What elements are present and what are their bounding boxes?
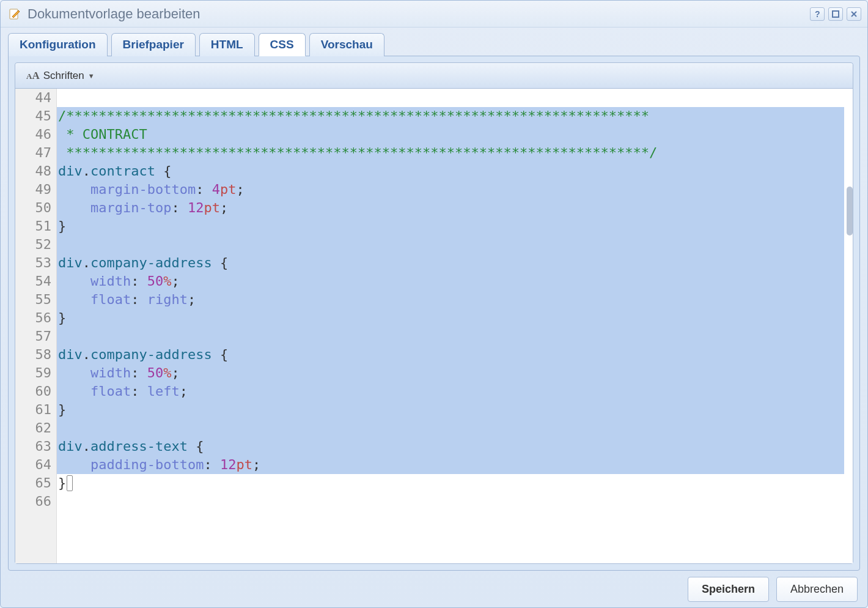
line-number: 63 xyxy=(15,437,51,456)
cancel-button[interactable]: Abbrechen xyxy=(776,577,858,602)
chevron-down-icon: ▼ xyxy=(88,72,95,80)
window-controls: ? xyxy=(810,7,861,21)
code-line[interactable]: /***************************************… xyxy=(57,107,844,125)
code-line[interactable] xyxy=(57,419,844,437)
line-number: 44 xyxy=(15,89,51,107)
line-number: 50 xyxy=(15,199,51,217)
code-line[interactable]: div.company-address { xyxy=(57,254,844,272)
vertical-scrollbar[interactable] xyxy=(844,89,853,563)
tab-vorschau[interactable]: Vorschau xyxy=(309,33,384,56)
line-number: 56 xyxy=(15,309,51,327)
code-line[interactable]: margin-top: 12pt; xyxy=(57,199,844,217)
line-number: 47 xyxy=(15,144,51,162)
window-title: Dokumentvorlage bearbeiten xyxy=(28,6,810,22)
line-number: 65 xyxy=(15,474,51,492)
line-number: 58 xyxy=(15,346,51,364)
code-line[interactable]: width: 50%; xyxy=(57,364,844,382)
code-line[interactable]: * CONTRACT xyxy=(57,125,844,144)
code-line[interactable] xyxy=(57,492,844,511)
dialog-footer: Speichern Abbrechen xyxy=(1,571,867,607)
code-content[interactable]: /***************************************… xyxy=(57,89,844,563)
scroll-thumb[interactable] xyxy=(847,187,853,235)
tab-html[interactable]: HTML xyxy=(199,33,255,56)
code-line[interactable]: } xyxy=(57,401,844,419)
code-line[interactable]: } xyxy=(57,217,844,235)
fonts-label: Schriften xyxy=(43,70,84,82)
text-cursor xyxy=(67,475,73,491)
code-line[interactable]: ****************************************… xyxy=(57,144,844,162)
close-button[interactable] xyxy=(847,7,861,21)
line-number: 57 xyxy=(15,327,51,346)
editor-toolbar: AA Schriften ▼ xyxy=(15,63,853,89)
code-line[interactable]: div.address-text { xyxy=(57,437,844,456)
line-gutter: 4445464748495051525354555657585960616263… xyxy=(15,89,57,563)
code-line[interactable]: } xyxy=(57,474,844,492)
document-edit-icon xyxy=(8,7,21,21)
help-button[interactable]: ? xyxy=(810,7,825,21)
line-number: 48 xyxy=(15,162,51,180)
window: Dokumentvorlage bearbeiten ? Konfigurati… xyxy=(0,0,868,608)
tab-panel: AA Schriften ▼ 4445464748495051525354555… xyxy=(8,56,860,571)
code-line[interactable] xyxy=(57,89,844,107)
tab-briefpapier[interactable]: Briefpapier xyxy=(111,33,196,56)
code-line[interactable]: margin-bottom: 4pt; xyxy=(57,180,844,199)
code-line[interactable]: width: 50%; xyxy=(57,272,844,291)
save-button[interactable]: Speichern xyxy=(688,577,769,602)
tabs: KonfigurationBriefpapierHTMLCSSVorschau xyxy=(1,28,867,56)
code-line[interactable]: } xyxy=(57,309,844,327)
line-number: 54 xyxy=(15,272,51,291)
font-icon: AA xyxy=(26,70,40,82)
svg-text:?: ? xyxy=(815,10,820,18)
code-line[interactable] xyxy=(57,235,844,254)
svg-rect-2 xyxy=(833,11,839,17)
code-line[interactable]: div.contract { xyxy=(57,162,844,180)
line-number: 53 xyxy=(15,254,51,272)
line-number: 60 xyxy=(15,382,51,401)
line-number: 45 xyxy=(15,107,51,125)
line-number: 55 xyxy=(15,291,51,309)
line-number: 61 xyxy=(15,401,51,419)
code-line[interactable]: div.company-address { xyxy=(57,346,844,364)
line-number: 62 xyxy=(15,419,51,437)
line-number: 52 xyxy=(15,235,51,254)
code-editor[interactable]: 4445464748495051525354555657585960616263… xyxy=(15,89,853,563)
code-line[interactable]: float: left; xyxy=(57,382,844,401)
editor-panel: AA Schriften ▼ 4445464748495051525354555… xyxy=(15,62,853,564)
line-number: 66 xyxy=(15,492,51,511)
line-number: 46 xyxy=(15,125,51,144)
maximize-button[interactable] xyxy=(828,7,843,21)
line-number: 49 xyxy=(15,180,51,199)
fonts-dropdown[interactable]: AA Schriften ▼ xyxy=(21,67,100,84)
line-number: 64 xyxy=(15,456,51,474)
titlebar: Dokumentvorlage bearbeiten ? xyxy=(1,1,867,28)
tab-css[interactable]: CSS xyxy=(259,33,306,56)
code-line[interactable]: float: right; xyxy=(57,291,844,309)
line-number: 51 xyxy=(15,217,51,235)
line-number: 59 xyxy=(15,364,51,382)
code-line[interactable]: padding-bottom: 12pt; xyxy=(57,456,844,474)
code-line[interactable] xyxy=(57,327,844,346)
tab-konfiguration[interactable]: Konfiguration xyxy=(8,33,108,56)
